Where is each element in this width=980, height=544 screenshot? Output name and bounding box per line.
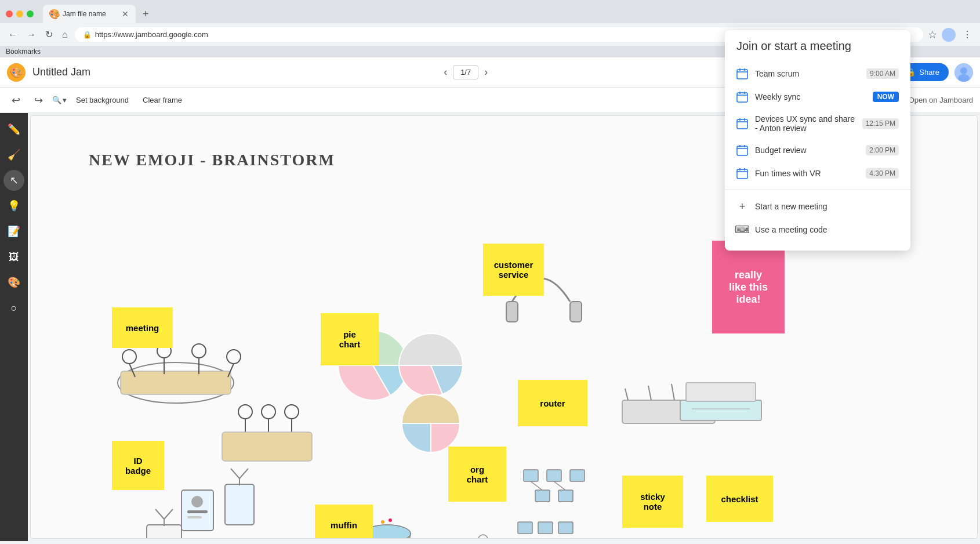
url-text: https://www.jamboard.google.com bbox=[95, 30, 208, 39]
select-tool[interactable]: ↖ bbox=[3, 170, 24, 191]
bookmark-button[interactable]: ☆ bbox=[928, 28, 937, 41]
prev-page-button[interactable]: ‹ bbox=[440, 65, 451, 79]
svg-rect-68 bbox=[737, 119, 747, 129]
meeting-name-3: Devices UX sync and share - Anton review bbox=[755, 114, 855, 133]
sticky-checklist[interactable]: checklist bbox=[706, 476, 773, 522]
minimize-dot[interactable] bbox=[16, 10, 23, 17]
svg-line-42 bbox=[164, 509, 173, 519]
redo-button[interactable]: ↪ bbox=[30, 92, 48, 109]
meeting-dropdown-title: Join or start a meeting bbox=[725, 39, 910, 62]
plus-icon: + bbox=[736, 201, 748, 212]
svg-point-46 bbox=[389, 518, 392, 522]
browser-tab[interactable]: 🎨 Jam file name ✕ bbox=[43, 5, 136, 23]
calendar-icon-5 bbox=[736, 168, 748, 179]
user-avatar[interactable] bbox=[954, 63, 973, 82]
meeting-item-weekly-sync[interactable]: Weekly sync NOW bbox=[725, 85, 910, 108]
meeting-time-3: 12:15 PM bbox=[862, 118, 899, 129]
meeting-time-1: 9:00 AM bbox=[866, 68, 899, 79]
eraser-tool[interactable]: 🧹 bbox=[3, 144, 24, 165]
shape-tool[interactable]: 🎨 bbox=[3, 272, 24, 293]
header-center: ‹ 1/7 › bbox=[97, 65, 834, 79]
set-background-button[interactable]: Set background bbox=[71, 93, 133, 107]
start-new-meeting-action[interactable]: + Start a new meeting bbox=[725, 195, 910, 218]
svg-rect-39 bbox=[147, 525, 182, 538]
svg-line-14 bbox=[129, 364, 135, 377]
svg-rect-29 bbox=[686, 383, 756, 401]
back-button[interactable]: ← bbox=[6, 27, 20, 42]
svg-rect-33 bbox=[187, 510, 208, 513]
circle-tool[interactable]: ○ bbox=[3, 298, 24, 318]
svg-point-32 bbox=[191, 496, 203, 507]
svg-point-11 bbox=[227, 350, 241, 364]
browser-dots bbox=[6, 10, 34, 17]
calendar-icon-4 bbox=[736, 144, 748, 156]
svg-line-41 bbox=[155, 509, 164, 519]
svg-point-19 bbox=[285, 405, 299, 419]
sticky-meeting[interactable]: meeting bbox=[112, 307, 173, 348]
image-tool[interactable]: 🖼 bbox=[3, 246, 24, 267]
svg-rect-31 bbox=[182, 490, 213, 531]
sticky-org-chart[interactable]: orgchart bbox=[448, 447, 506, 502]
svg-line-37 bbox=[231, 469, 239, 478]
page-nav: ‹ 1/7 › bbox=[440, 65, 491, 79]
sticky-customer-service[interactable]: customerservice bbox=[483, 244, 544, 296]
new-tab-button[interactable]: + bbox=[143, 8, 149, 20]
calendar-icon-1 bbox=[736, 68, 748, 79]
sticky-id-badge[interactable]: IDbadge bbox=[112, 441, 164, 490]
calendar-icon-2 bbox=[736, 91, 748, 103]
sticky-note-tool[interactable]: 📝 bbox=[3, 221, 24, 242]
meeting-name-4: Budget review bbox=[755, 146, 859, 155]
svg-rect-21 bbox=[222, 432, 312, 461]
sticky-idea[interactable]: reallylike thisidea! bbox=[712, 241, 785, 333]
zoom-control[interactable]: 🔍 ▾ bbox=[52, 96, 67, 104]
svg-rect-47 bbox=[524, 470, 538, 481]
svg-rect-28 bbox=[680, 400, 761, 420]
svg-line-38 bbox=[239, 469, 248, 478]
meeting-item-team-scrum[interactable]: Team scrum 9:00 AM bbox=[725, 62, 910, 85]
tab-favicon: 🎨 bbox=[50, 9, 59, 19]
undo-button[interactable]: ↩ bbox=[7, 92, 25, 109]
open-jamboard-label: Open on Jamboard bbox=[909, 96, 973, 104]
sticky-router[interactable]: router bbox=[518, 380, 587, 426]
left-toolbar: ✏️ 🧹 ↖ 💡 📝 🖼 🎨 ○ bbox=[0, 113, 28, 541]
svg-rect-55 bbox=[538, 522, 553, 534]
meeting-item-budget-review[interactable]: Budget review 2:00 PM bbox=[725, 139, 910, 162]
svg-rect-76 bbox=[737, 169, 747, 179]
maximize-dot[interactable] bbox=[27, 10, 34, 17]
svg-point-17 bbox=[262, 405, 275, 419]
browser-titlebar: 🎨 Jam file name ✕ + bbox=[0, 0, 980, 23]
pen-tool[interactable]: ✏️ bbox=[3, 119, 24, 140]
sticky-pie-chart[interactable]: piechart bbox=[321, 313, 379, 365]
svg-rect-35 bbox=[225, 484, 254, 525]
svg-point-57 bbox=[478, 535, 488, 538]
svg-point-3 bbox=[960, 67, 967, 74]
laser-tool[interactable]: 💡 bbox=[3, 195, 24, 216]
sticky-muffin[interactable]: muffin bbox=[315, 505, 373, 539]
next-page-button[interactable]: › bbox=[481, 65, 491, 79]
svg-rect-50 bbox=[535, 490, 550, 502]
meeting-name-2: Weekly sync bbox=[755, 92, 866, 101]
bookmarks-label: Bookmarks bbox=[6, 48, 41, 56]
meeting-item-fun-times[interactable]: Fun times with VR 4:30 PM bbox=[725, 162, 910, 185]
clear-frame-button[interactable]: Clear frame bbox=[138, 93, 187, 107]
reload-button[interactable]: ↻ bbox=[43, 27, 55, 42]
svg-point-5 bbox=[118, 362, 234, 403]
profile-button[interactable] bbox=[942, 28, 956, 42]
svg-rect-6 bbox=[121, 371, 231, 394]
use-meeting-code-action[interactable]: ⌨ Use a meeting code bbox=[725, 218, 910, 241]
svg-line-26 bbox=[648, 386, 651, 400]
forward-button[interactable]: → bbox=[24, 27, 38, 42]
avatar-image bbox=[954, 63, 973, 82]
meeting-item-devices-ux[interactable]: Devices UX sync and share - Anton review… bbox=[725, 108, 910, 139]
svg-point-45 bbox=[381, 520, 384, 524]
svg-rect-51 bbox=[558, 490, 573, 502]
more-options-button[interactable]: ⋮ bbox=[960, 27, 974, 42]
sticky-note-label[interactable]: stickynote bbox=[622, 476, 683, 528]
svg-rect-34 bbox=[187, 516, 202, 518]
svg-rect-64 bbox=[737, 93, 747, 102]
home-button[interactable]: ⌂ bbox=[60, 27, 70, 42]
close-dot[interactable] bbox=[6, 10, 13, 17]
svg-rect-60 bbox=[737, 70, 747, 79]
meeting-name-1: Team scrum bbox=[755, 69, 859, 78]
tab-close-button[interactable]: ✕ bbox=[122, 9, 129, 19]
